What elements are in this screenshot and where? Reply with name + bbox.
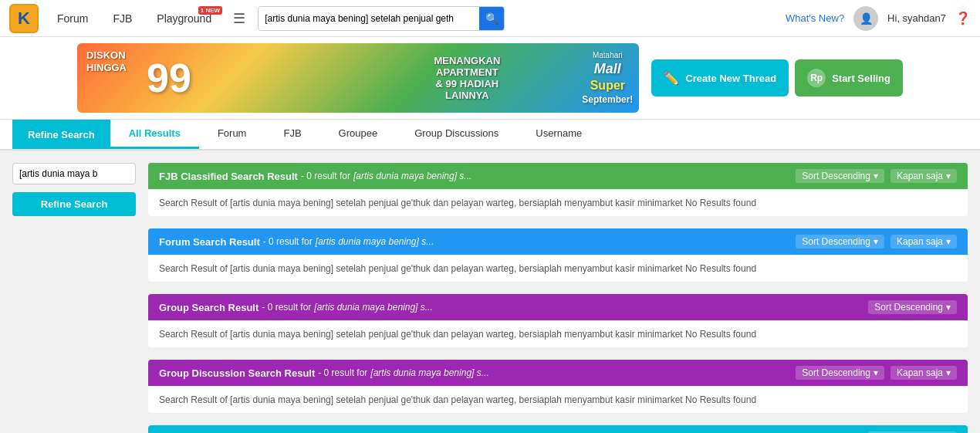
tab-all-results[interactable]: All Results: [110, 120, 199, 149]
result-header-username: Username Search Result - 0 result for [a…: [148, 425, 968, 433]
avatar: 👤: [853, 6, 878, 31]
group-discussion-filter-button[interactable]: Kapan saja ▾: [890, 366, 957, 380]
sidebar-search-input[interactable]: [12, 163, 136, 184]
hamburger-icon[interactable]: ☰: [233, 10, 245, 27]
group-result-body: Search Result of [artis dunia maya benin…: [148, 320, 968, 347]
group-result-subtitle: - 0 result for: [262, 302, 311, 313]
fjb-result-subtitle: - 0 result for: [301, 171, 350, 181]
forum-filter-button[interactable]: Kapan saja ▾: [890, 235, 957, 249]
result-header-group: Group Search Result - 0 result for [arti…: [148, 294, 968, 320]
result-block-username: Username Search Result - 0 result for [a…: [148, 425, 968, 433]
action-buttons: ✏️ Create New Thread Rp Start Selling: [651, 59, 903, 96]
result-header-group-discussion: Group Discussion Search Result - 0 resul…: [148, 360, 968, 386]
forum-result-subtitle: - 0 result for: [263, 236, 313, 247]
pencil-icon: ✏️: [664, 71, 679, 86]
banner-number: 99: [147, 55, 191, 101]
username-label: Hi, syahdan7: [887, 12, 946, 24]
nav-playground[interactable]: Playground 1 NEW: [150, 12, 218, 25]
result-block-group: Group Search Result - 0 result for [arti…: [148, 294, 968, 347]
tab-group-discussions[interactable]: Group Discussions: [396, 120, 517, 149]
tab-username[interactable]: Username: [517, 120, 600, 149]
fjb-filter-button[interactable]: Kapan saja ▾: [890, 169, 957, 183]
fjb-result-body: Search Result of [artis dunia maya benin…: [148, 189, 968, 216]
main-layout: Refine Search FJB Classified Search Resu…: [0, 151, 980, 433]
playground-badge: 1 NEW: [198, 6, 222, 15]
result-block-forum: Forum Search Result - 0 result for [arti…: [148, 228, 968, 282]
banner-middle-text: MENANGKAN APARTMENT & 99 HADIAH LAINNYA: [434, 43, 500, 113]
banner-diskon-text: DISKONHINGGA: [86, 49, 127, 73]
create-thread-button[interactable]: ✏️ Create New Thread: [651, 59, 789, 96]
result-header-forum: Forum Search Result - 0 result for [arti…: [148, 228, 968, 255]
logo[interactable]: K: [9, 4, 39, 33]
nav-forum[interactable]: Forum: [51, 12, 94, 25]
forum-result-body: Search Result of [artis dunia maya benin…: [148, 255, 968, 282]
whats-new-link[interactable]: What's New?: [786, 12, 844, 24]
tab-refine-search[interactable]: Refine Search: [12, 120, 110, 149]
rp-icon: Rp: [807, 69, 826, 87]
group-sort-button[interactable]: Sort Descending ▾: [868, 300, 957, 314]
tab-forum[interactable]: Forum: [199, 120, 265, 149]
start-selling-button[interactable]: Rp Start Selling: [795, 59, 903, 96]
sidebar-refine-button[interactable]: Refine Search: [12, 192, 136, 216]
navbar: K Forum FJB Playground 1 NEW ☰ 🔍 What's …: [0, 0, 980, 37]
nav-right: What's New? 👤 Hi, syahdan7 ❓: [786, 6, 971, 31]
fjb-sort-button[interactable]: Sort Descending ▾: [796, 169, 884, 183]
nav-fjb[interactable]: FJB: [106, 12, 138, 25]
fjb-result-title: FJB Classified Search Result: [159, 171, 298, 182]
result-block-group-discussion: Group Discussion Search Result - 0 resul…: [148, 360, 968, 413]
forum-result-query: [artis dunia maya bening] s...: [316, 236, 434, 247]
group-discussion-result-subtitle: - 0 result for: [318, 367, 367, 378]
help-icon[interactable]: ❓: [955, 11, 971, 25]
tab-groupee[interactable]: Groupee: [320, 120, 397, 149]
results-area: FJB Classified Search Result - 0 result …: [148, 163, 968, 433]
banner-right-logo: Matahari Mall Super September!: [582, 43, 633, 113]
result-block-fjb: FJB Classified Search Result - 0 result …: [148, 163, 968, 216]
forum-result-title: Forum Search Result: [159, 236, 260, 248]
banner-image: DISKONHINGGA 99 MENANGKAN APARTMENT & 99…: [77, 43, 639, 113]
group-discussion-result-title: Group Discussion Search Result: [159, 367, 315, 379]
group-discussion-sort-button[interactable]: Sort Descending ▾: [796, 366, 884, 380]
search-button[interactable]: 🔍: [479, 6, 504, 31]
group-discussion-result-body: Search Result of [artis dunia maya benin…: [148, 386, 968, 413]
forum-sort-button[interactable]: Sort Descending ▾: [796, 235, 884, 249]
group-result-query: [artis dunia maya bening] s...: [314, 302, 432, 313]
fjb-result-query: [artis dunia maya bening] s...: [353, 171, 471, 181]
result-header-fjb: FJB Classified Search Result - 0 result …: [148, 163, 968, 189]
banner-section: DISKONHINGGA 99 MENANGKAN APARTMENT & 99…: [0, 37, 980, 120]
search-bar: 🔍: [258, 6, 505, 31]
sidebar: Refine Search: [12, 163, 136, 433]
tab-fjb[interactable]: FJB: [265, 120, 319, 149]
group-discussion-result-query: [artis dunia maya bening] s...: [370, 367, 488, 378]
search-input[interactable]: [259, 13, 479, 24]
tabs-bar: Refine Search All Results Forum FJB Grou…: [0, 120, 980, 151]
group-result-title: Group Search Result: [159, 302, 259, 313]
